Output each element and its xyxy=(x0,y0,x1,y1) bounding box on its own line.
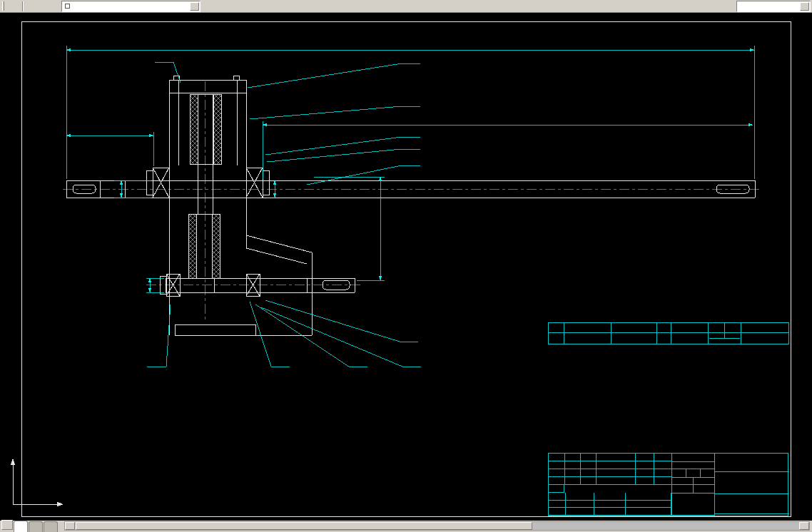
bom-cell-name xyxy=(611,323,657,333)
revision-header-cell xyxy=(549,485,564,493)
autocad-window xyxy=(0,0,812,532)
layer-combo[interactable] xyxy=(61,1,201,12)
bom-row xyxy=(549,323,789,333)
sheet-label xyxy=(672,493,714,516)
bom-cell-code xyxy=(564,323,611,333)
design-label xyxy=(549,493,566,501)
gear-hatch[interactable] xyxy=(190,94,198,164)
end-cover[interactable] xyxy=(146,170,153,195)
gear-hatch[interactable] xyxy=(213,94,221,164)
signature-area xyxy=(549,493,671,516)
stage-scale-area xyxy=(671,454,714,516)
bom-header-name xyxy=(611,333,657,344)
craft-label xyxy=(549,508,566,516)
scroll-left-icon[interactable] xyxy=(65,522,75,530)
gear-hatch[interactable] xyxy=(188,214,196,278)
extension-lines xyxy=(66,46,754,292)
bom-header-material xyxy=(671,333,709,344)
bom-cell-material xyxy=(671,323,709,333)
centerlines[interactable] xyxy=(63,81,759,319)
toolbar-separator xyxy=(22,1,24,11)
drawing-canvas[interactable] xyxy=(0,13,812,521)
scroll-right-icon[interactable] xyxy=(799,522,809,530)
bom-header-qty xyxy=(657,333,671,344)
bom-table xyxy=(548,322,789,344)
layers-toolbar-group xyxy=(48,1,61,12)
bom-cell-total xyxy=(725,323,741,333)
bom-header-code xyxy=(564,333,611,344)
top-toolbar xyxy=(0,0,812,13)
date-value xyxy=(594,508,626,516)
title-block xyxy=(548,453,788,516)
chevron-down-icon[interactable] xyxy=(800,2,809,11)
check-label xyxy=(549,501,566,508)
weight-label xyxy=(672,478,694,484)
bom-header-remark xyxy=(741,333,789,344)
bom-cell-qty xyxy=(657,323,671,333)
chevron-down-icon[interactable] xyxy=(190,2,199,11)
ucs-icon xyxy=(13,459,63,504)
bom-header-unit xyxy=(709,333,725,338)
stage-boxes xyxy=(672,469,714,478)
tab-model[interactable] xyxy=(14,521,28,532)
gear-hatch[interactable] xyxy=(212,214,220,278)
drawing-number xyxy=(715,494,789,514)
company-name xyxy=(715,454,789,472)
textstyle-combo[interactable] xyxy=(736,1,811,12)
standard-toolbar-group xyxy=(7,1,20,12)
scale-label xyxy=(694,478,714,484)
title-area xyxy=(714,454,789,516)
bom-cell-unit xyxy=(709,323,725,333)
scrollbar-thumb[interactable] xyxy=(76,522,532,530)
drawing-canvas-svg[interactable] xyxy=(0,13,812,521)
horizontal-scrollbar[interactable] xyxy=(64,521,810,531)
bom-header-no xyxy=(549,333,564,344)
bom-cell-no xyxy=(549,323,564,333)
standard-label xyxy=(626,493,671,501)
layout-tabbar xyxy=(0,521,812,532)
toolbar-grip[interactable] xyxy=(2,1,4,11)
layer-tools-group xyxy=(201,1,214,12)
cap-bolt[interactable] xyxy=(233,76,239,80)
drawing-title xyxy=(715,472,789,494)
scale-value xyxy=(694,485,714,493)
dimensions[interactable] xyxy=(66,46,754,292)
drawing-frame xyxy=(22,22,791,517)
bom-cell-remark xyxy=(741,323,789,333)
approve-label xyxy=(626,508,671,516)
geometry[interactable] xyxy=(66,76,755,335)
end-cover[interactable] xyxy=(263,170,269,195)
stage-label xyxy=(672,462,714,469)
revision-area xyxy=(549,454,671,516)
tab-layout1[interactable] xyxy=(29,521,43,532)
bom-header-weight xyxy=(709,333,741,344)
layer-color-swatch xyxy=(65,4,70,9)
styles-toolbar-group xyxy=(723,1,736,12)
tab-nav-button[interactable] xyxy=(1,520,13,530)
bom-header-row xyxy=(549,333,789,344)
tab-layout2[interactable] xyxy=(44,521,58,532)
bom-header-total xyxy=(725,333,740,338)
